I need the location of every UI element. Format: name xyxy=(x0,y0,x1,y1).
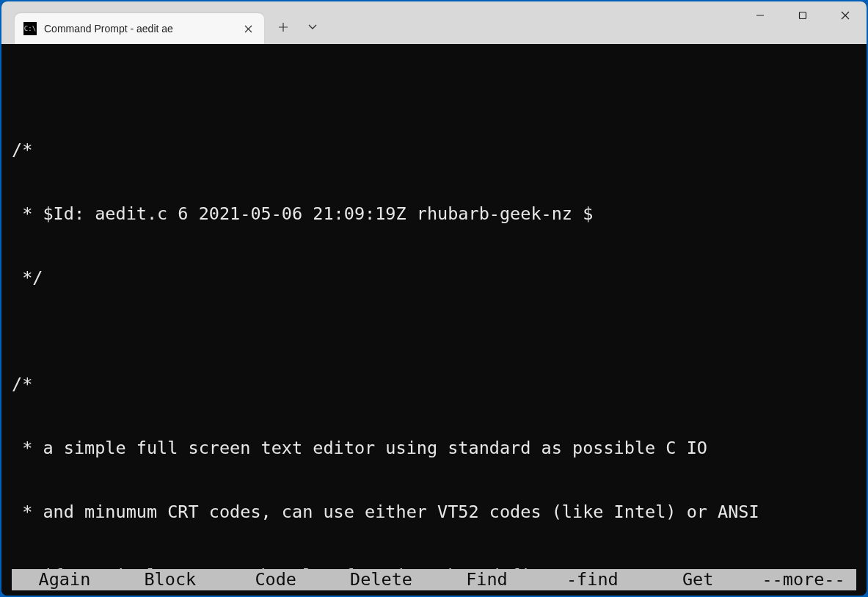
svg-rect-0 xyxy=(800,12,806,19)
window-controls xyxy=(739,1,867,31)
code-line: */ xyxy=(12,267,856,289)
minimize-icon xyxy=(756,11,765,20)
code-line: * a simple full screen text editor using… xyxy=(12,438,856,459)
code-line: * and minumum CRT codes, can use either … xyxy=(12,502,856,523)
menu-more[interactable]: --more-- xyxy=(751,569,856,590)
chevron-down-icon xyxy=(308,24,317,30)
new-tab-button[interactable] xyxy=(269,15,298,40)
tab-title: Command Prompt - aedit ae xyxy=(44,23,241,35)
cmd-icon: C:\ xyxy=(23,22,37,35)
terminal-viewport[interactable]: /* * $Id: aedit.c 6 2021-05-06 21:09:19Z… xyxy=(1,44,867,596)
window-close-button[interactable] xyxy=(824,1,867,29)
active-tab[interactable]: C:\ Command Prompt - aedit ae xyxy=(15,13,264,44)
menu-get[interactable]: Get xyxy=(645,569,751,590)
menu-delete[interactable]: Delete xyxy=(329,569,434,590)
editor-menu-bar: Again Block Code Delete Find -find Get -… xyxy=(12,569,856,590)
tab-close-button[interactable] xyxy=(241,21,255,36)
tab-dropdown-button[interactable] xyxy=(298,15,327,40)
plus-icon xyxy=(279,23,288,32)
terminal-window: C:\ Command Prompt - aedit ae /* xyxy=(1,1,867,596)
close-icon xyxy=(244,25,252,33)
code-line: /* xyxy=(12,140,856,161)
maximize-icon xyxy=(798,11,807,20)
menu-again[interactable]: Again xyxy=(12,569,117,590)
code-line: /* xyxy=(12,374,856,395)
maximize-button[interactable] xyxy=(781,1,824,29)
menu-block[interactable]: Block xyxy=(117,569,223,590)
close-icon xyxy=(841,11,850,20)
minimize-button[interactable] xyxy=(739,1,781,29)
menu-find-back[interactable]: -find xyxy=(539,569,645,590)
menu-find[interactable]: Find xyxy=(434,569,540,590)
code-line: * $Id: aedit.c 6 2021-05-06 21:09:19Z rh… xyxy=(12,203,856,225)
titlebar: C:\ Command Prompt - aedit ae xyxy=(1,1,867,44)
menu-code[interactable]: Code xyxy=(223,569,329,590)
code-content: /* * $Id: aedit.c 6 2021-05-06 21:09:19Z… xyxy=(12,97,856,596)
